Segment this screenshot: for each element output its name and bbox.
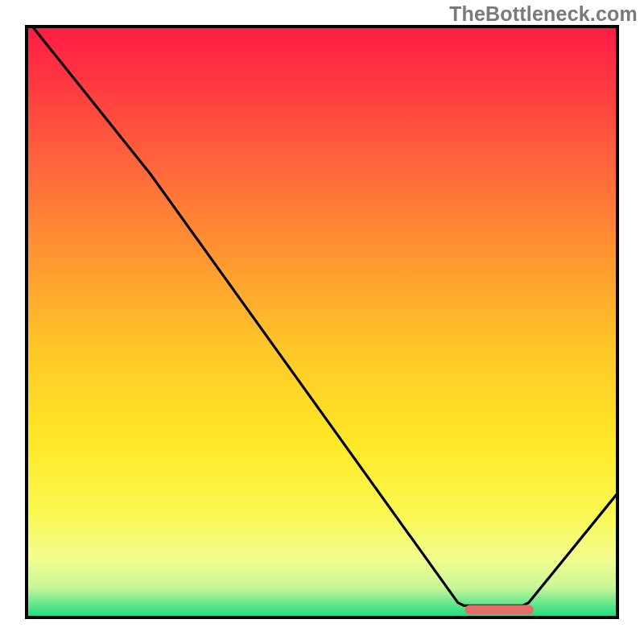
plot-background bbox=[27, 27, 617, 617]
watermark-text: TheBottleneck.com bbox=[449, 2, 638, 26]
chart-svg bbox=[0, 0, 644, 644]
chart-container: { "watermark": "TheBottleneck.com", "cha… bbox=[0, 0, 644, 644]
